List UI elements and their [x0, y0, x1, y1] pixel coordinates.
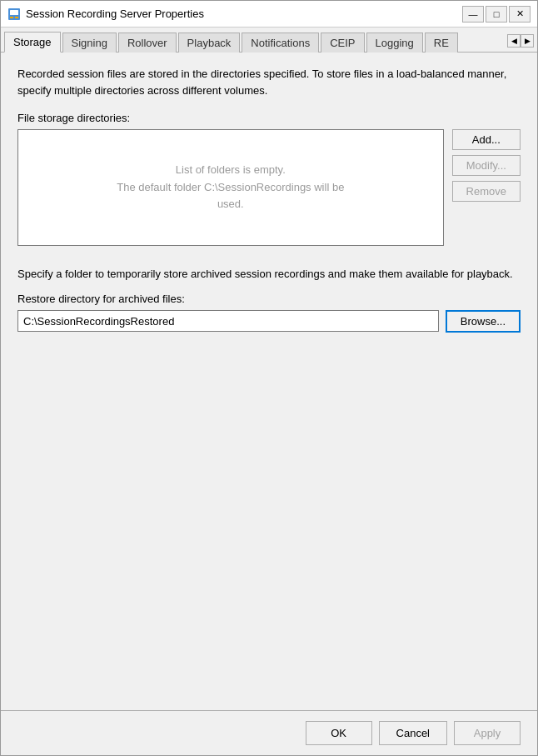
svg-rect-2 [10, 17, 13, 18]
svg-rect-1 [10, 10, 18, 15]
window-controls: — □ ✕ [462, 6, 531, 23]
archive-description: Specify a folder to temporarily store ar… [17, 266, 521, 283]
window-icon [7, 8, 21, 21]
apply-button[interactable]: Apply [454, 721, 521, 745]
storage-section-label: File storage directories: [17, 112, 521, 124]
folder-list-box[interactable]: List of folders is empty. The default fo… [17, 129, 444, 246]
folder-list-placeholder: List of folders is empty. The default fo… [117, 162, 344, 213]
tab-signing[interactable]: Signing [62, 33, 117, 53]
tab-scroll-left[interactable]: ◀ [507, 34, 521, 48]
tab-scroll-right[interactable]: ▶ [521, 34, 534, 48]
add-button[interactable]: Add... [452, 129, 521, 150]
placeholder-line1: List of folders is empty. [117, 162, 344, 179]
svg-rect-3 [15, 17, 18, 18]
window-title: Session Recording Server Properties [26, 8, 462, 20]
remove-button[interactable]: Remove [452, 181, 521, 202]
browse-button[interactable]: Browse... [446, 310, 521, 333]
tab-re[interactable]: RE [425, 33, 458, 53]
restore-label: Restore directory for archived files: [17, 293, 521, 305]
storage-description: Recorded session files are stored in the… [17, 66, 521, 98]
tab-nav-buttons: ◀ ▶ [507, 34, 534, 48]
restore-input[interactable] [17, 310, 439, 332]
tab-storage[interactable]: Storage [4, 32, 61, 53]
cancel-button[interactable]: Cancel [379, 721, 447, 745]
tab-playback[interactable]: Playback [178, 33, 241, 53]
tab-notifications[interactable]: Notifications [242, 33, 319, 53]
placeholder-line2: The default folder C:\SessionRecordings … [117, 179, 344, 214]
modify-button[interactable]: Modify... [452, 155, 521, 176]
tab-rollover[interactable]: Rollover [118, 33, 177, 53]
tab-logging[interactable]: Logging [366, 33, 423, 53]
maximize-button[interactable]: □ [486, 6, 507, 23]
restore-row: Browse... [17, 310, 521, 333]
ok-button[interactable]: OK [306, 721, 372, 745]
content-area: Recorded session files are stored in the… [1, 53, 537, 710]
storage-area: List of folders is empty. The default fo… [17, 129, 521, 246]
main-window: Session Recording Server Properties — □ … [0, 0, 538, 756]
title-bar: Session Recording Server Properties — □ … [1, 1, 537, 28]
minimize-button[interactable]: — [462, 6, 484, 23]
close-button[interactable]: ✕ [509, 6, 531, 23]
tab-ceip[interactable]: CEIP [321, 33, 364, 53]
storage-buttons: Add... Modify... Remove [452, 129, 521, 246]
bottom-bar: OK Cancel Apply [1, 710, 537, 755]
tab-bar: Storage Signing Rollover Playback Notifi… [1, 28, 537, 53]
